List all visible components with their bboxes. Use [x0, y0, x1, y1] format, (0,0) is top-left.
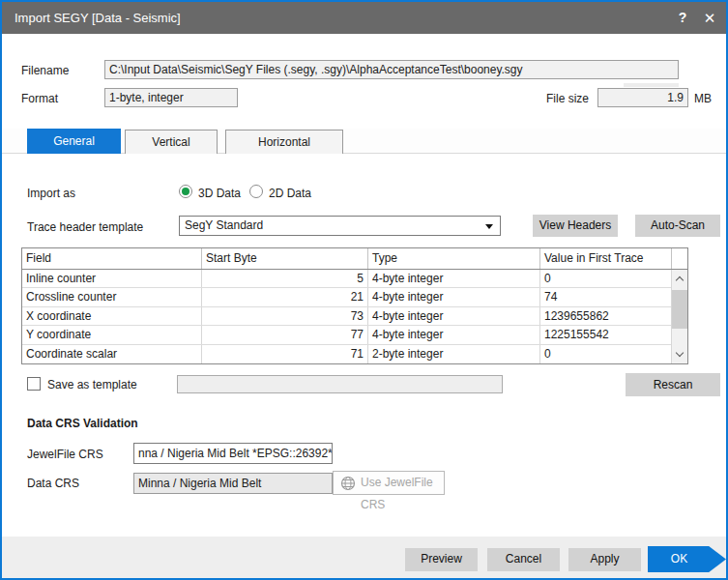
column-header-spacer — [671, 248, 687, 269]
import-as-label: Import as — [27, 187, 75, 200]
cell-value[interactable]: 1239655862 — [539, 307, 671, 325]
file-size-unit: MB — [694, 92, 712, 105]
table-row[interactable]: X coordinate 73 4-byte integer 123965586… — [22, 307, 671, 326]
cell-value[interactable]: 0 — [539, 270, 671, 287]
cell-start-byte[interactable]: 77 — [201, 326, 367, 343]
cell-start-byte[interactable]: 71 — [201, 345, 367, 363]
format-label: Format — [21, 92, 58, 105]
cell-field[interactable]: Y coordinate — [22, 326, 201, 343]
rescan-button[interactable]: Rescan — [626, 373, 720, 396]
data-crs-label: Data CRS — [27, 477, 79, 490]
cell-type[interactable]: 4-byte integer — [367, 307, 539, 325]
cell-type[interactable]: 4-byte integer — [367, 270, 539, 287]
globe-icon — [340, 476, 356, 491]
cancel-button[interactable]: Cancel — [487, 548, 560, 571]
filename-label: Filename — [21, 64, 69, 77]
help-icon[interactable]: ? — [670, 2, 695, 34]
filename-field[interactable]: C:\Input Data\Seismic\SegY Files (.segy,… — [104, 60, 679, 79]
radio-2d-label[interactable]: 2D Data — [269, 187, 311, 200]
table-row[interactable]: Inline counter 5 4-byte integer 0 — [22, 270, 671, 288]
data-crs-validation-heading: Data CRS Validation — [27, 417, 138, 430]
scrollbar-up-icon[interactable] — [676, 276, 684, 283]
jewelfile-crs-label: JewelFile CRS — [27, 448, 103, 461]
close-icon[interactable]: ✕ — [697, 2, 722, 34]
cell-field[interactable]: X coordinate — [22, 307, 201, 325]
import-segy-dialog: Import SEGY [Data - Seismic] ? ✕ Filenam… — [0, 0, 728, 580]
column-header-field[interactable]: Field — [22, 248, 201, 269]
radio-2d-data[interactable] — [249, 185, 263, 198]
use-jewelfile-crs-label: Use JewelFile CRS — [361, 476, 433, 511]
cell-value[interactable]: 0 — [539, 345, 671, 363]
use-jewelfile-crs-button[interactable]: Use JewelFile CRS — [333, 471, 445, 495]
apply-button[interactable]: Apply — [568, 548, 641, 571]
table-header-row: Field Start Byte Type Value in First Tra… — [22, 248, 687, 270]
save-as-template-checkbox[interactable] — [27, 377, 41, 391]
cell-value[interactable]: 74 — [539, 288, 671, 305]
data-crs-field: Minna / Nigeria Mid Belt — [133, 473, 333, 494]
save-as-template-label[interactable]: Save as template — [47, 378, 137, 392]
dialog-title: Import SEGY [Data - Seismic] — [15, 2, 181, 34]
cell-type[interactable]: 4-byte integer — [367, 326, 539, 343]
trace-header-template-select[interactable]: SegY Standard — [179, 216, 501, 236]
template-name-input[interactable] — [177, 375, 503, 393]
chevron-down-icon — [485, 224, 493, 229]
auto-scan-button[interactable]: Auto-Scan — [635, 215, 720, 237]
cell-start-byte[interactable]: 21 — [201, 288, 367, 305]
table-row[interactable]: Coordinate scalar 71 2-byte integer 0 — [22, 345, 671, 363]
cell-field[interactable]: Coordinate scalar — [22, 345, 201, 363]
cell-field[interactable]: Crossline counter — [22, 288, 201, 305]
table-vertical-scrollbar[interactable] — [671, 270, 687, 363]
tab-strip: General Vertical Horizontal — [2, 129, 726, 154]
view-headers-button[interactable]: View Headers — [533, 215, 618, 237]
table-row[interactable]: Crossline counter 21 4-byte integer 74 — [22, 288, 671, 306]
cell-start-byte[interactable]: 73 — [201, 307, 367, 325]
file-size-field: 1.9 — [597, 88, 688, 107]
tab-general[interactable]: General — [27, 129, 121, 154]
column-header-value-in-first-trace[interactable]: Value in First Trace — [539, 248, 671, 269]
file-size-label: File size — [546, 92, 589, 105]
table-row[interactable]: Y coordinate 77 4-byte integer 122515554… — [22, 326, 671, 344]
tab-horizontal[interactable]: Horizontal — [225, 130, 343, 154]
trace-header-template-label: Trace header template — [27, 220, 143, 234]
scrollbar-down-icon[interactable] — [676, 350, 684, 358]
cell-type[interactable]: 2-byte integer — [367, 345, 539, 363]
column-header-type[interactable]: Type — [367, 248, 539, 269]
tab-vertical[interactable]: Vertical — [125, 130, 218, 154]
cell-type[interactable]: 4-byte integer — [367, 288, 539, 305]
cell-value[interactable]: 1225155542 — [539, 326, 671, 343]
column-header-start-byte[interactable]: Start Byte — [201, 248, 367, 269]
format-field: 1-byte, integer — [104, 88, 238, 107]
radio-selected-dot — [182, 188, 189, 195]
trace-header-template-value: SegY Standard — [185, 218, 263, 232]
scrollbar-thumb[interactable] — [672, 290, 687, 329]
radio-3d-data[interactable] — [179, 185, 192, 198]
filename-hscrollbar[interactable] — [624, 83, 679, 87]
cell-field[interactable]: Inline counter — [22, 270, 201, 287]
trace-header-table: Field Start Byte Type Value in First Tra… — [21, 247, 688, 364]
table-rows: Inline counter 5 4-byte integer 0 Crossl… — [22, 270, 671, 363]
cell-start-byte[interactable]: 5 — [201, 270, 367, 287]
title-bar: Import SEGY [Data - Seismic] ? ✕ — [2, 2, 726, 34]
radio-3d-label[interactable]: 3D Data — [198, 187, 241, 200]
jewelfile-crs-field[interactable]: nna / Nigeria Mid Belt *EPSG::26392* — [133, 443, 333, 464]
table-body: Inline counter 5 4-byte integer 0 Crossl… — [22, 270, 687, 363]
preview-button[interactable]: Preview — [405, 548, 478, 571]
